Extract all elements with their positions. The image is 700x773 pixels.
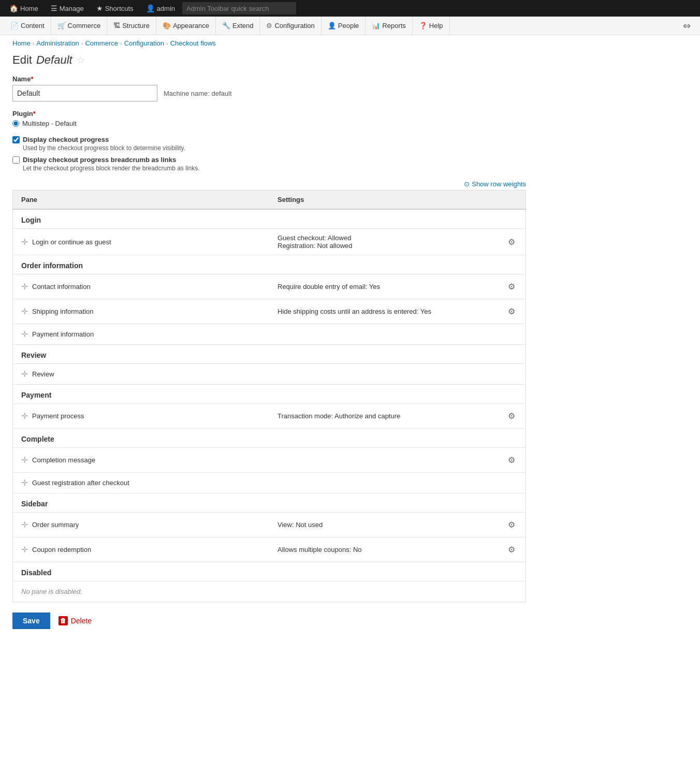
table-row: ✛ Contact information Require double ent… — [13, 274, 526, 299]
section-label: Sidebar — [13, 493, 526, 513]
name-label: Name* — [12, 75, 526, 83]
toolbar-shortcuts[interactable]: ★ Shortcuts — [91, 0, 139, 17]
drag-handle[interactable]: ✛ — [21, 478, 28, 488]
breadcrumb-checkout-flows[interactable]: Checkout flows — [170, 39, 216, 47]
name-input[interactable] — [12, 85, 157, 101]
toolbar-manage[interactable]: ☰ Manage — [46, 0, 89, 17]
weights-icon: ⊙ — [464, 180, 470, 188]
commerce-icon: 🛒 — [57, 22, 66, 30]
menu-item-configuration[interactable]: ⚙ Configuration — [260, 17, 321, 35]
pane-cell: ✛ Shipping information — [13, 299, 270, 324]
breadcrumb-administration[interactable]: Administration — [36, 39, 79, 47]
settings-cell: ⚙ — [269, 448, 526, 473]
menu-item-structure[interactable]: 🏗 Structure — [107, 17, 156, 35]
main-content: Name* Machine name: default Plugin* Mult… — [0, 75, 538, 660]
col-settings: Settings — [269, 191, 526, 210]
people-icon: 👤 — [328, 22, 336, 30]
display-breadcrumb-checkbox[interactable] — [12, 156, 20, 164]
name-field-group: Name* Machine name: default — [12, 75, 526, 101]
drag-handle[interactable]: ✛ — [21, 282, 28, 291]
section-header-2: Review — [13, 345, 526, 364]
configuration-icon: ⚙ — [266, 22, 272, 30]
drag-handle[interactable]: ✛ — [21, 455, 28, 465]
gear-button[interactable]: ⚙ — [506, 235, 517, 249]
section-header-3: Payment — [13, 385, 526, 404]
toolbar-home[interactable]: 🏠 Home — [4, 0, 43, 17]
delete-button[interactable]: 🗑 Delete — [59, 616, 92, 625]
display-breadcrumb-label[interactable]: Display checkout progress breadcrumb as … — [12, 156, 526, 164]
plugin-radio-option[interactable]: Multistep - Default — [12, 120, 526, 127]
settings-text: Hide shipping costs until an address is … — [278, 308, 431, 315]
pane-cell: ✛ Completion message — [13, 448, 270, 473]
settings-cell: Require double entry of email: Yes ⚙ — [269, 274, 526, 299]
table-row: ✛ Payment process Transaction mode: Auth… — [13, 404, 526, 429]
menu-item-reports[interactable]: 📊 Reports — [366, 17, 413, 35]
breadcrumb-configuration[interactable]: Configuration — [124, 39, 164, 47]
drag-handle[interactable]: ✛ — [21, 545, 28, 555]
gear-button[interactable]: ⚙ — [506, 304, 517, 318]
settings-cell — [269, 364, 526, 385]
user-icon: 👤 — [146, 4, 155, 12]
section-label: Payment — [13, 385, 526, 404]
gear-button[interactable]: ⚙ — [506, 518, 517, 532]
row-name-text: Order summary — [32, 521, 79, 529]
gear-button[interactable]: ⚙ — [506, 280, 517, 294]
row-name-text: Shipping information — [32, 308, 94, 315]
toolbar: 🏠 Home ☰ Manage ★ Shortcuts 👤 admin — [0, 0, 700, 17]
plugin-field-group: Plugin* Multistep - Default — [12, 110, 526, 127]
menu-item-content[interactable]: 📄 Content — [4, 17, 51, 35]
gear-button[interactable]: ⚙ — [506, 453, 517, 467]
breadcrumb-commerce[interactable]: Commerce — [85, 39, 118, 47]
display-progress-label[interactable]: Display checkout progress — [12, 136, 526, 143]
content-icon: 📄 — [10, 22, 19, 30]
section-header-0: Login — [13, 209, 526, 229]
delete-icon: 🗑 — [59, 616, 68, 625]
settings-text: Transaction mode: Authorize and capture — [278, 412, 400, 420]
drag-handle[interactable]: ✛ — [21, 411, 28, 421]
menu-item-people[interactable]: 👤 People — [322, 17, 366, 35]
menu-expand-btn[interactable]: ⇔ — [678, 17, 696, 35]
drag-handle[interactable]: ✛ — [21, 369, 28, 379]
display-progress-checkbox[interactable] — [12, 136, 20, 143]
pane-cell: ✛ Guest registration after checkout — [13, 473, 270, 493]
section-label: Order information — [13, 255, 526, 274]
appearance-icon: 🎨 — [163, 22, 171, 30]
toolbar-search-input[interactable] — [182, 2, 296, 14]
menu-item-appearance[interactable]: 🎨 Appearance — [156, 17, 216, 35]
favorite-star[interactable]: ☆ — [77, 54, 85, 66]
disabled-section-label: Disabled — [13, 562, 526, 581]
row-name-text: Completion message — [32, 456, 95, 464]
structure-icon: 🏗 — [113, 22, 120, 30]
row-name-text: Login or continue as guest — [32, 238, 111, 246]
section-disabled: Disabled — [13, 562, 526, 581]
drag-handle[interactable]: ✛ — [21, 329, 28, 339]
settings-text: Allows multiple coupons: No — [278, 546, 362, 553]
display-breadcrumb-desc: Let the checkout progress block render t… — [23, 165, 526, 172]
drag-handle[interactable]: ✛ — [21, 307, 28, 316]
drag-handle[interactable]: ✛ — [21, 237, 28, 247]
disabled-empty-text: No pane is disabled. — [13, 581, 526, 602]
toolbar-admin[interactable]: 👤 admin — [141, 0, 180, 17]
menu-item-extend[interactable]: 🔧 Extend — [216, 17, 260, 35]
save-button[interactable]: Save — [12, 612, 50, 629]
show-weights-link[interactable]: ⊙ Show row weights — [464, 180, 526, 188]
pane-cell: ✛ Payment information — [13, 324, 270, 345]
settings-cell: View: Not used ⚙ — [269, 513, 526, 537]
menu-item-help[interactable]: ❓ Help — [413, 17, 450, 35]
row-name-text: Payment information — [32, 330, 94, 338]
star-icon: ★ — [96, 4, 103, 12]
checkout-table: Pane Settings Login ✛ Login or continue … — [12, 190, 526, 562]
breadcrumb: Home › Administration › Commerce › Confi… — [0, 35, 700, 51]
menu-item-commerce[interactable]: 🛒 Commerce — [51, 17, 108, 35]
section-header-5: Sidebar — [13, 493, 526, 513]
gear-button[interactable]: ⚙ — [506, 409, 517, 423]
drag-handle[interactable]: ✛ — [21, 520, 28, 530]
plugin-radio-input[interactable] — [12, 120, 19, 127]
pane-cell: ✛ Contact information — [13, 274, 270, 299]
breadcrumb-home[interactable]: Home — [12, 39, 31, 47]
table-row: ✛ Order summary View: Not used ⚙ — [13, 513, 526, 537]
settings-cell: Allows multiple coupons: No ⚙ — [269, 537, 526, 562]
display-progress-desc: Used by the checkout progress block to d… — [23, 144, 526, 152]
section-label: Login — [13, 209, 526, 229]
gear-button[interactable]: ⚙ — [506, 543, 517, 557]
